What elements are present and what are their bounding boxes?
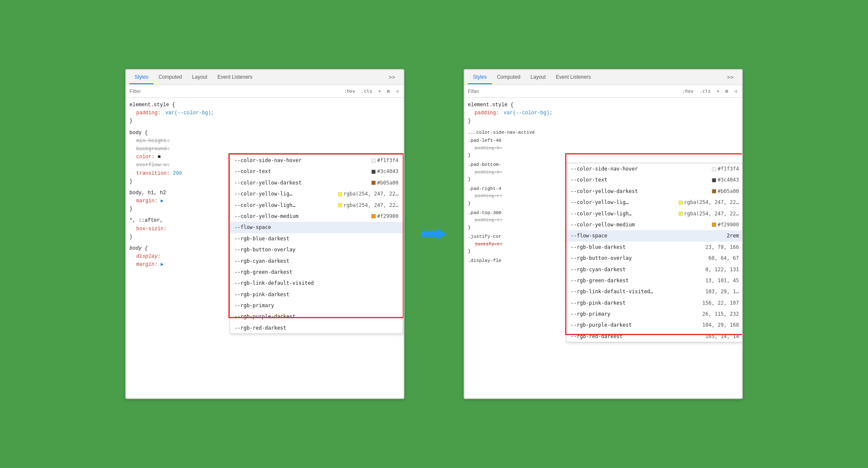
rac-item-yellow-lig[interactable]: --color-yellow-lig… rgba(254, 247, 22… bbox=[566, 197, 743, 208]
ac-item-4[interactable]: --color-yellow-ligh… rgba(254, 247, 22… bbox=[230, 200, 403, 211]
rac-item-rgb-link-default[interactable]: --rgb-link-default-visited… 103, 29, 1… bbox=[566, 286, 743, 297]
tab-event-listeners-left[interactable]: Event Listeners bbox=[212, 71, 258, 84]
right-autocomplete-dropdown: --color-side-nav-hover #f1f3f4 --color-t… bbox=[566, 163, 743, 342]
tab-computed-left[interactable]: Computed bbox=[154, 71, 187, 84]
ac-item-6-highlighted[interactable]: --flow-space bbox=[230, 222, 403, 233]
rac-item-color-text[interactable]: --color-text #3c4043 bbox=[566, 174, 743, 185]
left-filter-actions: :hov .cls + ⊞ ◁ bbox=[342, 88, 400, 95]
ac-item-0[interactable]: --color-side-nav-hover #f1f3f4 bbox=[230, 155, 403, 166]
arrow-container bbox=[421, 226, 447, 242]
rac-item-color-side-nav-hover[interactable]: --color-side-nav-hover #f1f3f4 bbox=[566, 163, 743, 174]
tab-layout-left[interactable]: Layout bbox=[187, 71, 212, 84]
right-tabs-bar: Styles Computed Layout Event Listeners >… bbox=[464, 70, 742, 85]
ac-item-9[interactable]: --rgb-cyan-darkest bbox=[230, 256, 403, 267]
ac-item-1[interactable]: --color-text #3c4043 bbox=[230, 166, 403, 177]
rac-item-rgb-cyan-darkest[interactable]: --rgb-cyan-darkest 0, 122, 131 bbox=[566, 264, 743, 275]
tab-styles-right[interactable]: Styles bbox=[468, 71, 492, 84]
blue-arrow-icon bbox=[421, 226, 447, 242]
main-container: Styles Computed Layout Event Listeners >… bbox=[125, 69, 743, 399]
ac-item-11[interactable]: --rgb-link-default-visited bbox=[230, 278, 403, 289]
add-btn-left[interactable]: + bbox=[376, 88, 383, 95]
ac-item-10[interactable]: --rgb-green-darkest bbox=[230, 267, 403, 278]
left-autocomplete-dropdown: --color-side-nav-hover #f1f3f4 --color-t… bbox=[230, 154, 403, 334]
rac-item-yellow-medium[interactable]: --color-yellow-medium #f29900 bbox=[566, 219, 743, 230]
left-tabs-bar: Styles Computed Layout Event Listeners >… bbox=[126, 70, 404, 85]
hov-btn-left[interactable]: :hov bbox=[342, 88, 357, 95]
right-devtools-panel: Styles Computed Layout Event Listeners >… bbox=[464, 69, 743, 399]
left-filter-input[interactable] bbox=[129, 88, 340, 94]
right-filter-input[interactable] bbox=[468, 88, 678, 94]
rac-item-rgb-pink-darkest[interactable]: --rgb-pink-darkest 156, 22, 107 bbox=[566, 297, 743, 308]
ac-item-3[interactable]: --color-yellow-lig… rgba(254, 247, 22… bbox=[230, 188, 403, 199]
tab-layout-right[interactable]: Layout bbox=[525, 71, 551, 84]
collapse-btn-left[interactable]: ◁ bbox=[394, 88, 400, 95]
rac-item-yellow-ligh[interactable]: --color-yellow-ligh… rgba(254, 247, 22… bbox=[566, 208, 743, 219]
rac-item-rgb-button-overlay[interactable]: --rgb-button-overlay 60, 64, 67 bbox=[566, 253, 743, 264]
rac-item-yellow-darkest[interactable]: --color-yellow-darkest #b05a00 bbox=[566, 186, 743, 197]
cls-btn-right[interactable]: .cls bbox=[698, 88, 713, 95]
ac-item-5[interactable]: --color-yellow-medium #f29900 bbox=[230, 211, 403, 222]
rac-item-rgb-red-darkest[interactable]: --rgb-red-darkest 165, 14, 14 bbox=[566, 331, 743, 342]
add-btn-right[interactable]: + bbox=[715, 88, 721, 95]
ac-item-2[interactable]: --color-yellow-darkest #b05a00 bbox=[230, 177, 403, 188]
ac-item-14[interactable]: --rgb-purple-darkest bbox=[230, 311, 403, 322]
tab-styles-left[interactable]: Styles bbox=[129, 71, 154, 84]
collapse-btn-right[interactable]: ◁ bbox=[732, 88, 739, 95]
tab-event-listeners-right[interactable]: Event Listeners bbox=[551, 71, 596, 84]
ac-item-15[interactable]: --rgb-red-darkest bbox=[230, 322, 403, 333]
rac-item-flow-space[interactable]: --flow-space 2rem bbox=[566, 230, 743, 241]
ac-item-8[interactable]: --rgb-button-overlay bbox=[230, 244, 403, 255]
tab-more-left[interactable]: >> bbox=[384, 71, 400, 85]
left-filter-bar: :hov .cls + ⊞ ◁ bbox=[126, 85, 404, 98]
tab-computed-right[interactable]: Computed bbox=[492, 71, 525, 84]
right-filter-actions: :hov .cls + ⊞ ◁ bbox=[681, 88, 739, 95]
right-filter-bar: :hov .cls + ⊞ ◁ bbox=[464, 85, 742, 98]
ac-item-12[interactable]: --rgb-pink-darkest bbox=[230, 289, 403, 300]
ac-item-13[interactable]: --rgb-primary bbox=[230, 300, 403, 311]
layout-btn-right[interactable]: ⊞ bbox=[724, 88, 730, 95]
rac-item-rgb-purple-darkest[interactable]: --rgb-purple-darkest 104, 29, 168 bbox=[566, 319, 743, 330]
css-rule-element-style-left: element.style { padding: var(--color-bg)… bbox=[126, 100, 404, 127]
rac-item-rgb-primary[interactable]: --rgb-primary 26, 115, 232 bbox=[566, 308, 743, 319]
cls-btn-left[interactable]: .cls bbox=[360, 88, 374, 95]
rac-item-rgb-blue-darkest[interactable]: --rgb-blue-darkest 23, 78, 166 bbox=[566, 242, 743, 253]
ac-item-7[interactable]: --rgb-blue-darkest bbox=[230, 233, 403, 244]
svg-marker-0 bbox=[421, 228, 447, 240]
layout-btn-left[interactable]: ⊞ bbox=[385, 88, 392, 95]
rac-item-rgb-green-darkest[interactable]: --rgb-green-darkest 13, 101, 45 bbox=[566, 275, 743, 286]
tab-more-right[interactable]: >> bbox=[722, 71, 739, 85]
hov-btn-right[interactable]: :hov bbox=[681, 88, 695, 95]
css-rule-element-style-right: element.style { padding: var(--color-bg)… bbox=[464, 100, 742, 127]
left-devtools-panel: Styles Computed Layout Event Listeners >… bbox=[125, 69, 404, 399]
